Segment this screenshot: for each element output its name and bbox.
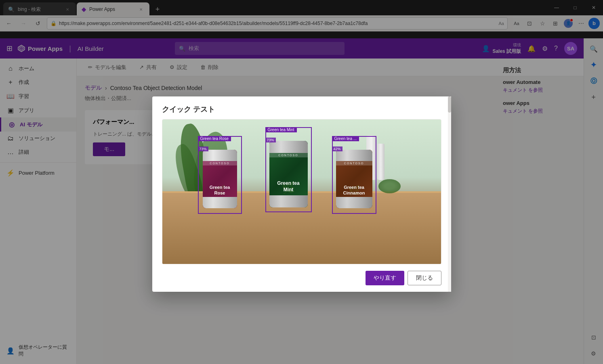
can-mint-wrapper: Green tea Mint 73% Contoso Green [269,141,308,207]
cinnamon-label: Green tea ... [332,136,359,141]
modal-scrollbar[interactable] [448,96,451,292]
can-rose: Contoso Green teaRose 🌿 [203,150,237,208]
scrollbar-thumb[interactable] [448,96,451,113]
tea-scene-background: Green tea Rose 73% Contoso Green [162,119,441,264]
mint-label: Green tea Mint [265,127,297,132]
retry-button[interactable]: やり直す [366,271,404,285]
rose-label: Green tea Rose [198,136,231,141]
cinnamon-confidence: 42% [332,146,342,151]
mint-confidence: 73% [265,138,276,142]
modal-footer: やり直す 閉じる [152,264,451,292]
bg-bowl [378,179,401,193]
modal-header: クイック テスト [152,96,451,119]
can-rose-wrapper: Green tea Rose 73% Contoso Green [203,150,237,208]
modal-overlay: クイック テスト [0,0,603,364]
can-cinnamon-wrapper: Green tea ... 42% Contoso Green t [336,150,372,208]
rose-confidence: 73% [198,146,208,151]
modal-title: クイック テスト [162,105,215,113]
can-cinnamon: Contoso Green teaCinnamon 🌿 [336,150,372,208]
quick-test-modal: クイック テスト [152,96,451,292]
detection-image: Green tea Rose 73% Contoso Green [162,119,441,264]
close-modal-button[interactable]: 閉じる [408,271,441,285]
can-mint: Contoso Green teaMint 🌿 [269,141,308,207]
modal-body: Green tea Rose 73% Contoso Green [152,119,451,264]
bg-vase-2 [377,144,384,180]
